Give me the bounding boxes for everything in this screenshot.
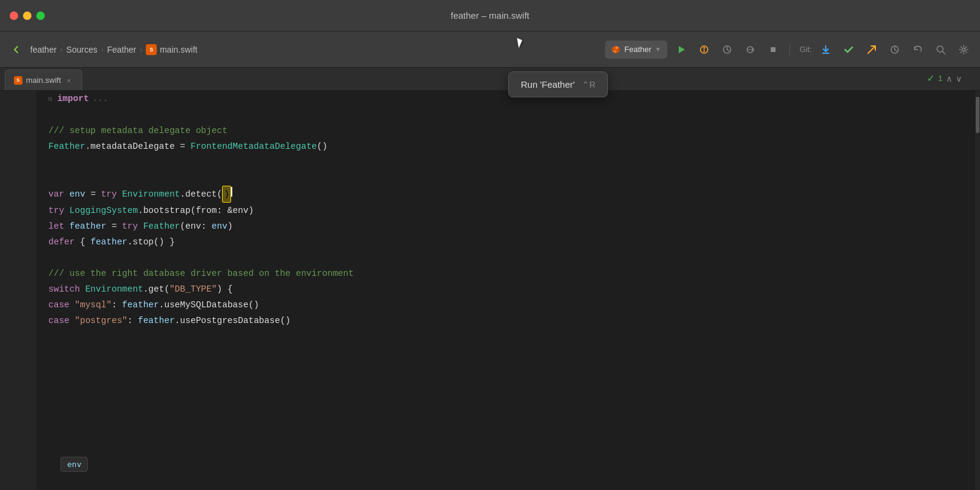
- run-button[interactable]: [672, 41, 690, 59]
- debug-icon: [699, 44, 710, 55]
- search-icon: [935, 44, 946, 55]
- code-line-comment2: /// use the right database driver based …: [48, 266, 968, 281]
- code-line-empty3: [48, 170, 968, 186]
- tooltip-shortcut: ⌃R: [582, 80, 595, 90]
- git-commit-button[interactable]: [840, 41, 858, 59]
- tab-bar: S main.swift ×: [0, 68, 980, 91]
- close-button[interactable]: [10, 11, 18, 20]
- breadcrumb-file: S main.swift: [146, 44, 197, 55]
- settings-icon: [958, 44, 969, 55]
- swift-file-icon: S: [146, 44, 157, 55]
- check-icon: ✓: [927, 73, 935, 84]
- history-icon: [889, 44, 900, 55]
- breadcrumb-sep2: ›: [101, 45, 103, 54]
- toolbar: feather › Sources › Feather › S main.swi…: [0, 31, 980, 68]
- code-line-logging: try LoggingSystem .bootstrap(from: &env): [48, 203, 968, 218]
- code-line-let-feather: let feather = try Feather (env: env ): [48, 218, 968, 234]
- tab-swift-icon: S: [14, 76, 22, 85]
- run-icon: [676, 44, 687, 55]
- autocomplete-popup: env: [60, 457, 88, 472]
- issue-count: 1: [938, 74, 942, 83]
- undo-button[interactable]: [909, 41, 927, 59]
- tab-bar-container: S main.swift × ✓ 1 ∧ ∨: [0, 68, 980, 91]
- code-content[interactable]: ⊟ import ... /// setup metadata delegate…: [36, 91, 980, 490]
- breadcrumb-filename: main.swift: [160, 45, 197, 54]
- svg-point-9: [703, 47, 705, 48]
- breakpoint-button[interactable]: [741, 41, 759, 59]
- tab-label: main.swift: [26, 76, 61, 85]
- settings-button[interactable]: [955, 41, 973, 59]
- code-line-comment1: /// setup metadata delegate object: [48, 123, 968, 139]
- svg-point-21: [962, 48, 965, 51]
- code-line-empty2: [48, 154, 968, 170]
- breadcrumb-sources[interactable]: Sources: [67, 45, 97, 54]
- breadcrumb-sep1: ›: [60, 45, 63, 54]
- git-pull-button[interactable]: [817, 41, 835, 59]
- git-label: Git:: [800, 45, 812, 54]
- code-line-case-postgres: case "postgres" : feather .usePostgresDa…: [48, 313, 968, 328]
- stop-button[interactable]: [764, 41, 782, 59]
- svg-rect-14: [771, 47, 776, 52]
- breadcrumb-project[interactable]: feather: [30, 45, 57, 54]
- code-editor[interactable]: ⊟ import ... /// setup metadata delegate…: [0, 91, 980, 490]
- text-cursor: [231, 187, 232, 197]
- code-line-empty4: [48, 250, 968, 266]
- cursor-arrow-shape: [517, 37, 524, 48]
- window-title: feather – main.swift: [451, 10, 529, 21]
- breakpoint-icon: [745, 44, 756, 55]
- scrollbar-thumb[interactable]: [976, 97, 979, 133]
- maximize-button[interactable]: [36, 11, 45, 20]
- scheme-icon: [611, 45, 621, 54]
- git-commit-icon: [843, 44, 854, 55]
- breadcrumb: feather › Sources › Feather › S main.swi…: [30, 44, 197, 55]
- code-line-switch: switch Environment .get( "DB_TYPE" ) {: [48, 281, 968, 297]
- debug-button[interactable]: [695, 41, 713, 59]
- scheme-name: Feather: [624, 45, 652, 54]
- git-push-icon: [866, 44, 877, 55]
- autocomplete-text: env: [67, 460, 81, 469]
- search-button[interactable]: [932, 41, 950, 59]
- git-pull-icon: [820, 44, 831, 55]
- undo-icon: [912, 44, 923, 55]
- svg-line-17: [868, 46, 875, 53]
- history-button[interactable]: [886, 41, 904, 59]
- window-controls: [10, 11, 45, 20]
- tooltip-text: Run 'Feather': [521, 79, 575, 90]
- scheme-dropdown-icon: ▼: [655, 46, 661, 53]
- code-line-metadata: Feather.metadataDelegate = FrontendMetad…: [48, 139, 968, 154]
- toolbar-divider: [789, 44, 790, 56]
- scheme-selector[interactable]: Feather ▼: [605, 41, 667, 59]
- profile-icon: [722, 44, 733, 55]
- titlebar: feather – main.swift: [0, 0, 980, 31]
- issue-nav-up[interactable]: ∧: [946, 74, 952, 83]
- vertical-scrollbar[interactable]: [975, 91, 980, 490]
- run-tooltip: Run 'Feather' ⌃R: [508, 71, 608, 97]
- issue-badge: ✓ 1 ∧ ∨: [927, 73, 962, 84]
- code-line-defer: defer { feather .stop() }: [48, 234, 968, 250]
- minimize-button[interactable]: [23, 11, 31, 20]
- tab-close-button[interactable]: ×: [65, 76, 73, 85]
- cursor-position: ): [222, 186, 231, 203]
- code-line-var-env: var env = try Environment .detect( ): [48, 186, 968, 203]
- breadcrumb-sep3: ›: [140, 45, 142, 54]
- code-line-empty1: [48, 107, 968, 123]
- svg-marker-7: [679, 46, 685, 53]
- stop-icon: [768, 44, 779, 55]
- issue-nav-down[interactable]: ∨: [956, 74, 962, 83]
- back-button[interactable]: [7, 41, 25, 59]
- profile-button[interactable]: [718, 41, 736, 59]
- breadcrumb-feather[interactable]: Feather: [107, 45, 136, 54]
- line-number-gutter: [0, 91, 36, 490]
- tab-main-swift[interactable]: S main.swift ×: [5, 70, 82, 90]
- code-line-case-mysql: case "mysql" : feather .useMySQLDatabase…: [48, 297, 968, 313]
- svg-line-20: [942, 51, 945, 54]
- mouse-cursor: [518, 38, 532, 56]
- git-push-button[interactable]: [863, 41, 881, 59]
